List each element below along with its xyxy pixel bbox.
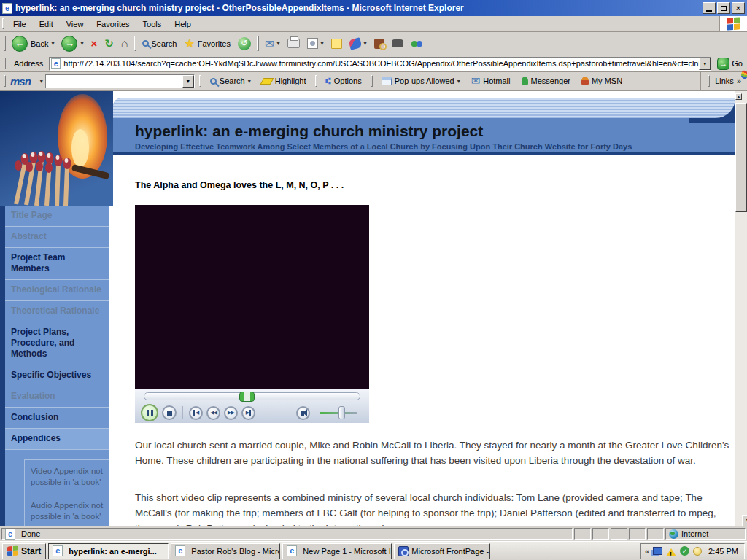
scroll-down-button[interactable]: ▼ <box>742 515 747 526</box>
volume-thumb[interactable] <box>338 406 345 419</box>
pause-button[interactable] <box>141 404 158 421</box>
msn-toolbar-button[interactable]: ▾ <box>346 34 371 54</box>
edit-button[interactable]: ▾ <box>303 34 328 54</box>
tray-collapse-button[interactable]: « <box>645 547 649 556</box>
previous-button[interactable]: ◀ <box>189 406 203 420</box>
highlight-button[interactable]: Highlight <box>258 75 311 87</box>
scroll-thumb[interactable] <box>735 103 747 212</box>
controls-separator <box>290 406 290 419</box>
address-dropdown-button[interactable]: ▾ <box>699 58 711 70</box>
search-icon <box>142 40 149 47</box>
sidebar-subitem-video-appendix[interactable]: Video Appendix not possible in 'a book' <box>25 460 109 494</box>
address-input[interactable] <box>63 58 699 69</box>
sidebar-item-project-team[interactable]: Project Team Members <box>5 248 109 280</box>
task-new-page-1[interactable]: e New Page 1 - Microsoft I... <box>282 543 392 559</box>
ie-page-icon: e <box>287 545 297 556</box>
messenger-button[interactable] <box>407 34 427 54</box>
restore-button[interactable] <box>717 2 730 14</box>
hotmail-button[interactable]: ✉ Hotmail <box>467 73 515 89</box>
volume-slider[interactable] <box>320 405 362 420</box>
edit-dropdown-icon[interactable]: ▾ <box>321 40 324 47</box>
menu-view[interactable]: View <box>60 18 90 31</box>
messenger-icon <box>411 39 424 49</box>
start-button[interactable]: Start <box>2 543 46 559</box>
sidebar-item-specific-objectives[interactable]: Specific Objectives <box>5 365 109 386</box>
msn-rocket-icon <box>348 37 362 50</box>
toolbar-grip[interactable] <box>4 75 6 88</box>
mail-dropdown-icon[interactable]: ▾ <box>277 40 280 47</box>
status-text: Done <box>21 529 40 538</box>
go-button[interactable]: → Go <box>714 58 746 70</box>
sidebar-item-abstract[interactable]: Abstract <box>5 227 109 248</box>
rewind-button[interactable]: ◀◀ <box>206 406 220 420</box>
msn-search-input[interactable] <box>46 76 182 87</box>
discuss-button[interactable] <box>388 34 407 54</box>
forward-dropdown-icon[interactable]: ▾ <box>80 40 83 47</box>
back-dropdown-icon[interactable]: ▾ <box>51 40 54 47</box>
research-button[interactable] <box>371 34 388 54</box>
toolbar-grip[interactable] <box>708 75 710 88</box>
menu-help[interactable]: Help <box>168 18 198 31</box>
mute-button[interactable] <box>296 406 310 420</box>
mail-button[interactable]: ✉ ▾ <box>261 34 284 54</box>
options-button[interactable]: ⑆ Options <box>322 74 366 88</box>
sidebar-subitem-audio-appendix[interactable]: Audio Appendix not possible in 'a book' <box>25 494 109 526</box>
menu-edit[interactable]: Edit <box>33 18 60 31</box>
refresh-button[interactable]: ↻ <box>101 34 117 54</box>
sidebar-item-project-plans[interactable]: Project Plans, Procedure, and Methods <box>5 322 109 365</box>
stop-button[interactable]: × <box>88 34 101 54</box>
search-button[interactable]: Search <box>139 34 181 54</box>
menu-file[interactable]: File <box>7 18 33 31</box>
popups-button[interactable]: Pop-ups Allowed ▾ <box>377 75 465 87</box>
controls-separator <box>182 406 183 419</box>
menu-tools[interactable]: Tools <box>136 18 169 31</box>
minimize-button[interactable] <box>703 2 716 14</box>
tray-security-warning-icon[interactable]: ! <box>666 543 676 556</box>
sidebar-item-theoretical[interactable]: Theoretical Rationale <box>5 301 109 322</box>
toolbar-grip[interactable] <box>2 18 4 29</box>
print-button[interactable] <box>284 34 303 54</box>
task-frontpage[interactable]: Microsoft FrontPage - C:... <box>394 543 490 559</box>
task-hyperlink[interactable]: e hyperlink: an e-mergi... <box>48 543 169 559</box>
sidebar-item-conclusion[interactable]: Conclusion <box>5 408 109 429</box>
msn-dropdown-icon[interactable]: ▾ <box>364 40 367 47</box>
msn-search-button[interactable]: Search ▾ <box>206 75 255 87</box>
messenger-button-msn[interactable]: Messenger <box>517 75 575 87</box>
home-button[interactable]: ⌂ <box>117 34 132 54</box>
video-display[interactable] <box>135 205 369 389</box>
seek-thumb[interactable] <box>239 392 255 402</box>
msn-logo-dropdown-icon[interactable]: ▾ <box>40 78 43 85</box>
sidebar-item-appendices[interactable]: Appendices <box>5 429 109 450</box>
toolbar-grip[interactable] <box>4 36 6 52</box>
seek-bar[interactable] <box>144 392 360 400</box>
close-button[interactable]: × <box>732 2 745 14</box>
toolbar-grip[interactable] <box>4 58 6 69</box>
sidebar-item-theological[interactable]: Theological Rationale <box>5 280 109 301</box>
msn-logo[interactable]: msn <box>10 75 38 88</box>
menu-favorites[interactable]: Favorites <box>90 18 136 31</box>
sidebar-item-evaluation[interactable]: Evaluation <box>5 386 109 408</box>
links-overflow-icon[interactable]: » <box>737 77 741 85</box>
scroll-up-button[interactable]: ▲ <box>735 93 742 100</box>
next-button[interactable]: ▶ <box>241 406 255 420</box>
msn-search-dropdown-button[interactable]: ▾ <box>182 75 194 88</box>
matches-image <box>0 91 113 206</box>
go-label: Go <box>732 59 743 68</box>
stop-media-button[interactable] <box>162 405 177 420</box>
notes-button[interactable] <box>328 34 346 54</box>
tray-network-icon[interactable] <box>653 547 662 555</box>
tray-antivirus-icon[interactable]: ✓ <box>680 546 689 556</box>
favorites-star-icon: ★ <box>184 36 194 50</box>
task-pastor-rob-blog[interactable]: e Pastor Rob's Blog - Micro... <box>171 543 280 559</box>
favorites-button[interactable]: ★ Favorites <box>180 34 234 54</box>
my-msn-button[interactable]: My MSN <box>577 75 627 87</box>
back-button[interactable]: ← Back ▾ <box>8 34 58 54</box>
fast-forward-button[interactable]: ▶▶ <box>224 406 238 420</box>
sidebar-item-title-page[interactable]: Title Page <box>5 206 109 227</box>
history-button[interactable]: ↺ <box>234 34 255 54</box>
msn-search-caret-icon[interactable]: ▾ <box>248 78 251 85</box>
forward-button[interactable]: → ▾ <box>58 34 87 54</box>
vertical-scrollbar[interactable]: ▲ ▼ <box>735 91 747 526</box>
tray-messenger-status-icon[interactable] <box>693 547 702 556</box>
popups-dropdown-icon[interactable]: ▾ <box>457 78 460 85</box>
